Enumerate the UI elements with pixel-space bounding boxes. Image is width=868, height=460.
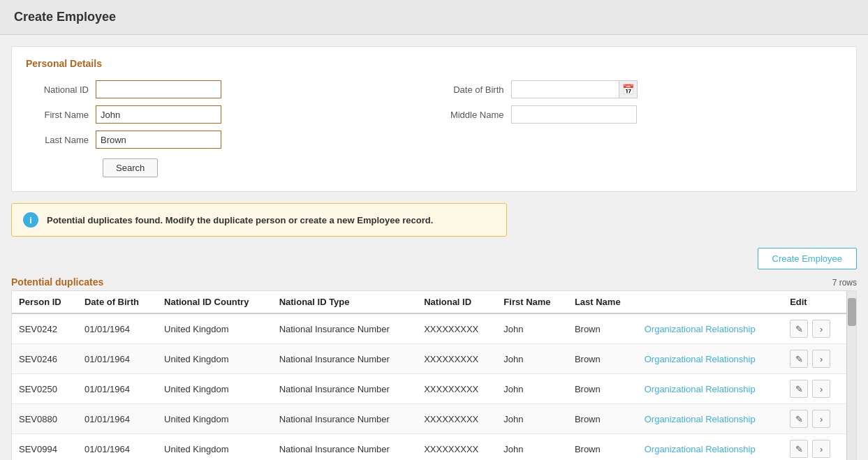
edit-nav-cell: ✎ › [790, 410, 839, 428]
form-grid: National ID First Name Last Name Date of… [26, 80, 842, 149]
duplicates-table: Person ID Date of Birth National ID Coun… [12, 291, 846, 460]
form-left-col: National ID First Name Last Name [26, 80, 427, 149]
navigate-button[interactable]: › [812, 320, 830, 338]
cell-org-rel[interactable]: Organizational Relationship [638, 313, 783, 344]
col-edit: Edit [783, 291, 846, 313]
cell-edit: ✎ › [783, 404, 846, 434]
col-person-id: Person ID [12, 291, 78, 313]
col-country: National ID Country [157, 291, 272, 313]
cell-last-name: Brown [568, 374, 638, 404]
alert-message: Potential duplicates found. Modify the d… [47, 215, 433, 225]
cell-dob: 01/01/1964 [78, 404, 157, 434]
navigate-button[interactable]: › [812, 380, 830, 398]
middle-name-input[interactable] [511, 105, 637, 124]
section-header: Potential duplicates 7 rows [11, 276, 857, 288]
org-rel-link[interactable]: Organizational Relationship [645, 324, 756, 334]
calendar-icon-button[interactable]: 📅 [619, 80, 638, 98]
cell-national-id: XXXXXXXXX [417, 344, 496, 374]
national-id-input[interactable] [96, 80, 221, 98]
personal-details-title: Personal Details [26, 58, 842, 69]
cell-first-name: John [496, 344, 568, 374]
cell-country: United Kingdom [157, 404, 272, 434]
dob-row: Date of Birth 📅 [441, 80, 843, 98]
page-title-bar: Create Employee [0, 0, 868, 35]
table-main: Person ID Date of Birth National ID Coun… [12, 291, 846, 460]
org-rel-link[interactable]: Organizational Relationship [645, 354, 756, 364]
cell-country: United Kingdom [157, 344, 272, 374]
first-name-input[interactable] [96, 105, 221, 124]
cell-dob: 01/01/1964 [78, 434, 157, 461]
cell-person-id: SEV0994 [12, 434, 78, 461]
cell-edit: ✎ › [783, 344, 846, 374]
cell-id-type: National Insurance Number [272, 313, 418, 344]
edit-pencil-button[interactable]: ✎ [790, 440, 808, 458]
cell-id-type: National Insurance Number [272, 374, 418, 404]
cell-person-id: SEV0242 [12, 313, 78, 344]
cell-national-id: XXXXXXXXX [417, 434, 496, 461]
first-name-label: First Name [26, 110, 89, 120]
org-rel-link[interactable]: Organizational Relationship [645, 384, 756, 394]
table-row: SEV0246 01/01/1964 United Kingdom Nation… [12, 344, 846, 374]
search-button[interactable]: Search [103, 158, 158, 177]
scrollbar-thumb[interactable] [848, 298, 856, 326]
org-rel-link[interactable]: Organizational Relationship [645, 414, 756, 424]
cell-national-id: XXXXXXXXX [417, 374, 496, 404]
cell-org-rel[interactable]: Organizational Relationship [638, 374, 783, 404]
edit-nav-cell: ✎ › [790, 350, 839, 368]
cell-first-name: John [496, 374, 568, 404]
edit-nav-cell: ✎ › [790, 320, 839, 338]
table-scroll-area: Person ID Date of Birth National ID Coun… [12, 291, 856, 460]
table-row: SEV0994 01/01/1964 United Kingdom Nation… [12, 434, 846, 461]
cell-edit: ✎ › [783, 374, 846, 404]
table-header-row: Person ID Date of Birth National ID Coun… [12, 291, 846, 313]
personal-details-section: Personal Details National ID First Name … [11, 46, 857, 192]
dob-label: Date of Birth [441, 84, 504, 95]
cell-national-id: XXXXXXXXX [417, 404, 496, 434]
cell-country: United Kingdom [157, 374, 272, 404]
form-right-col: Date of Birth 📅 Middle Name [441, 80, 843, 149]
scrollbar-track[interactable] [846, 291, 856, 460]
cell-last-name: Brown [568, 344, 638, 374]
col-dob: Date of Birth [78, 291, 157, 313]
cell-last-name: Brown [568, 313, 638, 344]
edit-pencil-button[interactable]: ✎ [790, 350, 808, 368]
info-icon: i [23, 212, 38, 228]
cell-org-rel[interactable]: Organizational Relationship [638, 404, 783, 434]
table-row: SEV0250 01/01/1964 United Kingdom Nation… [12, 374, 846, 404]
edit-pencil-button[interactable]: ✎ [790, 410, 808, 428]
col-id-type: National ID Type [272, 291, 418, 313]
edit-pencil-button[interactable]: ✎ [790, 320, 808, 338]
navigate-button[interactable]: › [812, 440, 830, 458]
cell-edit: ✎ › [783, 313, 846, 344]
col-first-name: First Name [496, 291, 568, 313]
cell-id-type: National Insurance Number [272, 404, 418, 434]
middle-name-label: Middle Name [441, 110, 504, 120]
table-row: SEV0880 01/01/1964 United Kingdom Nation… [12, 404, 846, 434]
cell-org-rel[interactable]: Organizational Relationship [638, 344, 783, 374]
create-employee-button[interactable]: Create Employee [758, 248, 857, 269]
dob-input[interactable] [511, 80, 619, 98]
cell-dob: 01/01/1964 [78, 313, 157, 344]
cell-dob: 01/01/1964 [78, 344, 157, 374]
navigate-button[interactable]: › [812, 410, 830, 428]
national-id-label: National ID [26, 84, 89, 95]
dob-input-wrapper: 📅 [511, 80, 638, 98]
cell-edit: ✎ › [783, 434, 846, 461]
rows-count: 7 rows [832, 278, 857, 288]
last-name-label: Last Name [26, 135, 89, 145]
national-id-row: National ID [26, 80, 427, 98]
cell-org-rel[interactable]: Organizational Relationship [638, 434, 783, 461]
page-title: Create Employee [14, 10, 116, 24]
col-last-name: Last Name [568, 291, 638, 313]
edit-nav-cell: ✎ › [790, 380, 839, 398]
create-employee-btn-row: Create Employee [11, 248, 857, 269]
navigate-button[interactable]: › [812, 350, 830, 368]
cell-first-name: John [496, 404, 568, 434]
last-name-input[interactable] [96, 131, 221, 149]
org-rel-link[interactable]: Organizational Relationship [645, 444, 756, 454]
cell-dob: 01/01/1964 [78, 374, 157, 404]
first-name-row: First Name [26, 105, 427, 124]
edit-pencil-button[interactable]: ✎ [790, 380, 808, 398]
table-row: SEV0242 01/01/1964 United Kingdom Nation… [12, 313, 846, 344]
potential-duplicates-title: Potential duplicates [11, 276, 103, 288]
